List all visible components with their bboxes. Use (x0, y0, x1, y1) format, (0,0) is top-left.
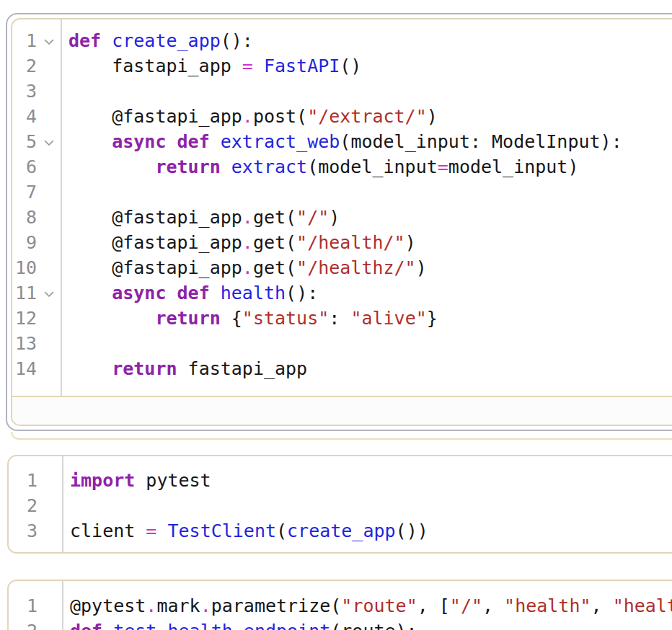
code-line: 13 (12, 331, 672, 356)
code-line: 11 async def health(): (12, 280, 672, 306)
fold-spacer (37, 90, 61, 92)
code-text: import pytest (62, 468, 211, 493)
fold-chevron-down-icon[interactable] (37, 289, 61, 298)
code-line: 5 async def extract_web(model_input: Mod… (12, 129, 672, 154)
fold-spacer (37, 479, 62, 482)
line-number: 5 (12, 129, 37, 154)
line-number: 1 (9, 468, 37, 493)
fold-chevron-down-icon[interactable] (37, 138, 61, 146)
code-line: 1import pytest (9, 468, 672, 493)
line-number: 3 (9, 518, 37, 544)
code-block-create-app: 1def create_app():2 fastapi_app = FastAP… (11, 18, 672, 426)
line-number: 11 (12, 280, 37, 306)
fold-spacer (37, 115, 61, 117)
line-number: 8 (12, 205, 37, 230)
code-line: 8 @fastapi_app.get("/") (12, 205, 672, 230)
code-line: 6 return extract(model_input=model_input… (12, 154, 672, 179)
line-number: 6 (12, 154, 37, 179)
line-number: 2 (9, 618, 37, 630)
fold-spacer (37, 505, 62, 507)
code-line: 2def test_health_endpoint(route): (9, 618, 672, 630)
code-text: return fastapi_app (61, 356, 307, 381)
line-number: 9 (12, 230, 37, 255)
fold-spacer (37, 166, 61, 168)
code-text: def test_health_endpoint(route): (62, 618, 417, 630)
fold-spacer (37, 191, 61, 193)
code-cell-stack: 1def create_app():2 fastapi_app = FastAP… (6, 13, 672, 431)
line-number: 14 (12, 356, 37, 381)
line-number: 1 (9, 593, 37, 618)
fold-spacer (37, 368, 61, 370)
code-line: 14 return fastapi_app (12, 356, 672, 381)
line-number: 12 (12, 306, 37, 331)
fold-chevron-down-icon[interactable] (37, 627, 62, 630)
line-number: 13 (12, 331, 37, 356)
fold-chevron-down-icon[interactable] (37, 37, 61, 45)
line-number: 4 (12, 104, 37, 129)
stacked-card-edge (11, 432, 672, 440)
code-line: 10 @fastapi_app.get("/healthz/") (12, 255, 672, 280)
fold-spacer (37, 530, 62, 532)
code-line: 7 (12, 179, 672, 205)
code-line: 12 return {"status": "alive"} (12, 306, 672, 331)
line-number: 1 (12, 28, 37, 53)
fold-spacer (37, 605, 62, 607)
code-line: 3client = TestClient(create_app()) (9, 518, 672, 544)
line-number: 2 (12, 53, 37, 79)
code-editor: 1@pytest.mark.parametrize("route", ["/",… (9, 581, 672, 630)
code-text: @pytest.mark.parametrize("route", ["/", … (62, 593, 672, 618)
code-line: 1def create_app(): (12, 28, 672, 53)
code-line: 1@pytest.mark.parametrize("route", ["/",… (9, 593, 672, 618)
code-editor: 1import pytest23client = TestClient(crea… (9, 456, 672, 552)
code-text: return extract(model_input=model_input) (61, 154, 578, 179)
line-number: 10 (12, 255, 37, 280)
fold-spacer (37, 65, 61, 67)
code-text: async def extract_web(model_input: Model… (61, 129, 622, 154)
line-number: 2 (9, 493, 37, 518)
fold-spacer (37, 267, 61, 269)
fold-spacer (37, 216, 61, 218)
code-line: 4 @fastapi_app.post("/extract/") (12, 104, 672, 129)
code-text: client = TestClient(create_app()) (62, 518, 428, 544)
empty-output-area (12, 397, 672, 425)
code-text: async def health(): (61, 280, 318, 306)
line-number: 7 (12, 179, 37, 205)
code-line: 2 (9, 493, 672, 518)
code-block-parametrized-test: 1@pytest.mark.parametrize("route", ["/",… (7, 580, 672, 630)
fold-spacer (37, 342, 61, 345)
fold-spacer (37, 317, 61, 319)
code-text: fastapi_app = FastAPI() (61, 53, 361, 79)
code-text: @fastapi_app.get("/health/") (61, 230, 416, 255)
fold-spacer (37, 241, 61, 244)
code-line: 2 fastapi_app = FastAPI() (12, 53, 672, 79)
code-text: @fastapi_app.post("/extract/") (61, 104, 438, 129)
code-line: 3 (12, 79, 672, 104)
code-editor: 1def create_app():2 fastapi_app = FastAP… (12, 19, 672, 396)
code-text: @fastapi_app.get("/healthz/") (61, 255, 427, 280)
line-number: 3 (12, 79, 37, 104)
code-text: return {"status": "alive"} (61, 306, 438, 331)
code-text: def create_app(): (61, 28, 253, 53)
code-text: @fastapi_app.get("/") (61, 205, 340, 230)
code-block-test-setup: 1import pytest23client = TestClient(crea… (7, 455, 672, 554)
code-line: 9 @fastapi_app.get("/health/") (12, 230, 672, 255)
